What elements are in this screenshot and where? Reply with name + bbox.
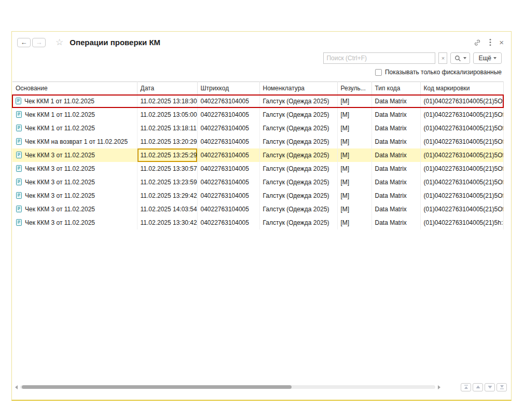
cell-nomenclature[interactable]: Галстук (Одежда 2025) xyxy=(259,162,337,175)
cell-barcode[interactable]: 04022763104005 xyxy=(197,175,259,189)
cell-barcode[interactable]: 04022763104005 xyxy=(197,202,259,216)
scroll-right-icon[interactable] xyxy=(438,385,440,389)
cell-marking-code[interactable]: (01)04022763104005(21)5Of: xyxy=(420,202,503,216)
cell-marking-code[interactable]: (01)04022763104005(21)5Of: xyxy=(420,148,503,162)
cell-date[interactable]: 11.02.2025 13:18:30 xyxy=(137,95,197,107)
cell-date[interactable]: 11.02.2025 13:30:42 xyxy=(137,216,197,229)
cell-result[interactable]: [M] xyxy=(337,162,371,175)
cell-nomenclature[interactable]: Галстук (Одежда 2025) xyxy=(259,121,337,135)
cell-nomenclature[interactable]: Галстук (Одежда 2025) xyxy=(259,107,337,121)
table-row[interactable]: Чек ККМ 3 от 11.02.202511.02.2025 14:03:… xyxy=(12,202,503,216)
cell-code-type[interactable]: Data Matrix xyxy=(371,175,420,189)
table-row[interactable]: Чек ККМ на возврат 1 от 11.02.202511.02.… xyxy=(12,135,503,148)
cell-nomenclature[interactable]: Галстук (Одежда 2025) xyxy=(259,189,337,202)
cell-nomenclature[interactable]: Галстук (Одежда 2025) xyxy=(259,202,337,216)
scroll-left-icon[interactable] xyxy=(15,385,18,389)
cell-barcode[interactable]: 04022763104005 xyxy=(197,135,259,148)
cell-marking-code[interactable]: (01)04022763104005(21)5Of: xyxy=(420,121,503,135)
favorite-star-icon[interactable]: ☆ xyxy=(56,38,63,47)
cell-barcode[interactable]: 04022763104005 xyxy=(197,95,259,107)
table-row[interactable]: Чек ККМ 3 от 11.02.202511.02.2025 13:29:… xyxy=(12,189,503,202)
cell-result[interactable]: [M] xyxy=(337,121,371,135)
cell-basis[interactable]: Чек ККМ 3 от 11.02.2025 xyxy=(12,175,137,189)
cell-result[interactable]: [M] xyxy=(337,202,371,216)
table-row[interactable]: Чек ККМ 3 от 11.02.202511.02.2025 13:30:… xyxy=(12,216,503,229)
go-to-bottom-button[interactable] xyxy=(497,383,507,391)
cell-nomenclature[interactable]: Галстук (Одежда 2025) xyxy=(259,95,337,107)
move-up-button[interactable] xyxy=(473,383,483,391)
cell-code-type[interactable]: Data Matrix xyxy=(371,148,420,162)
cell-basis[interactable]: Чек ККМ 3 от 11.02.2025 xyxy=(12,216,137,229)
cell-barcode[interactable]: 04022763104005 xyxy=(197,189,259,202)
cell-marking-code[interactable]: (01)04022763104005(21)5Of: xyxy=(420,162,503,175)
search-clear-icon[interactable]: × xyxy=(438,52,447,64)
cell-basis[interactable]: Чек ККМ 3 от 11.02.2025 xyxy=(12,148,137,162)
column-header-result[interactable]: Резуль... xyxy=(337,82,371,96)
cell-code-type[interactable]: Data Matrix xyxy=(371,107,420,121)
cell-basis[interactable]: Чек ККМ 1 от 11.02.2025 xyxy=(12,121,137,135)
cell-basis[interactable]: Чек ККМ 1 от 11.02.2025 xyxy=(12,95,137,107)
back-button[interactable]: ← xyxy=(17,38,31,47)
table-row[interactable]: Чек ККМ 1 от 11.02.202511.02.2025 13:18:… xyxy=(12,121,503,135)
cell-barcode[interactable]: 04022763104005 xyxy=(197,107,259,121)
menu-dots-icon[interactable] xyxy=(489,38,491,46)
forward-button[interactable]: → xyxy=(32,38,46,47)
cell-barcode[interactable]: 04022763104005 xyxy=(197,148,259,162)
cell-code-type[interactable]: Data Matrix xyxy=(371,121,420,135)
more-button[interactable]: Ещё xyxy=(473,52,502,64)
cell-code-type[interactable]: Data Matrix xyxy=(371,135,420,148)
cell-result[interactable]: [M] xyxy=(337,189,371,202)
cell-result[interactable]: [M] xyxy=(337,95,371,107)
cell-nomenclature[interactable]: Галстук (Одежда 2025) xyxy=(259,175,337,189)
cell-date[interactable]: 11.02.2025 13:20:29 xyxy=(137,135,197,148)
close-icon[interactable]: × xyxy=(499,39,504,46)
cell-code-type[interactable]: Data Matrix xyxy=(371,95,420,107)
cell-basis[interactable]: Чек ККМ 1 от 11.02.2025 xyxy=(12,107,137,121)
cell-date[interactable]: 11.02.2025 13:25:29 xyxy=(137,148,197,162)
cell-basis[interactable]: Чек ККМ 3 от 11.02.2025 xyxy=(12,189,137,202)
column-header-date[interactable]: Дата xyxy=(137,82,197,96)
table-row[interactable]: Чек ККМ 3 от 11.02.202511.02.2025 13:23:… xyxy=(12,175,503,189)
cell-nomenclature[interactable]: Галстук (Одежда 2025) xyxy=(259,135,337,148)
cell-date[interactable]: 11.02.2025 13:29:42 xyxy=(137,189,197,202)
cell-code-type[interactable]: Data Matrix xyxy=(371,202,420,216)
cell-marking-code[interactable]: (01)04022763104005(21)5Of: xyxy=(420,107,503,121)
cell-result[interactable]: [M] xyxy=(337,175,371,189)
column-header-barcode[interactable]: Штрихкод xyxy=(197,82,259,96)
table-row[interactable]: Чек ККМ 3 от 11.02.202511.02.2025 13:25:… xyxy=(12,148,503,162)
cell-date[interactable]: 11.02.2025 13:30:57 xyxy=(137,162,197,175)
cell-marking-code[interactable]: (01)04022763104005(21)5h:3 xyxy=(420,216,503,229)
table-row[interactable]: Чек ККМ 1 от 11.02.202511.02.2025 13:18:… xyxy=(12,95,503,107)
column-header-nomenclature[interactable]: Номенклатура xyxy=(259,82,337,96)
search-button[interactable] xyxy=(450,52,470,64)
table-row[interactable]: Чек ККМ 1 от 11.02.202511.02.2025 13:05:… xyxy=(12,107,503,121)
table-row[interactable]: Чек ККМ 3 от 11.02.202511.02.2025 13:30:… xyxy=(12,162,503,175)
cell-nomenclature[interactable]: Галстук (Одежда 2025) xyxy=(259,216,337,229)
cell-marking-code[interactable]: (01)04022763104005(21)5Of: xyxy=(420,95,503,107)
cell-date[interactable]: 11.02.2025 14:03:54 xyxy=(137,202,197,216)
cell-result[interactable]: [M] xyxy=(337,148,371,162)
cell-code-type[interactable]: Data Matrix xyxy=(371,189,420,202)
fiscalized-only-checkbox[interactable] xyxy=(375,69,382,76)
cell-barcode[interactable]: 04022763104005 xyxy=(197,162,259,175)
cell-date[interactable]: 11.02.2025 13:05:00 xyxy=(137,107,197,121)
move-down-button[interactable] xyxy=(485,383,495,391)
go-to-top-button[interactable] xyxy=(461,383,471,391)
cell-basis[interactable]: Чек ККМ на возврат 1 от 11.02.2025 xyxy=(12,135,137,148)
cell-marking-code[interactable]: (01)04022763104005(21)5Of: xyxy=(420,189,503,202)
horizontal-scrollbar-thumb[interactable] xyxy=(22,385,292,389)
cell-marking-code[interactable]: (01)04022763104005(21)5Of: xyxy=(420,135,503,148)
horizontal-scrollbar[interactable] xyxy=(20,385,435,389)
cell-date[interactable]: 11.02.2025 13:23:59 xyxy=(137,175,197,189)
column-header-marking-code[interactable]: Код маркировки xyxy=(420,82,503,96)
column-header-basis[interactable]: Основание xyxy=(12,82,137,96)
column-header-code-type[interactable]: Тип кода xyxy=(371,82,420,96)
cell-date[interactable]: 11.02.2025 13:18:11 xyxy=(137,121,197,135)
cell-barcode[interactable]: 04022763104005 xyxy=(197,121,259,135)
cell-result[interactable]: [M] xyxy=(337,135,371,148)
cell-marking-code[interactable]: (01)04022763104005(21)5Of: xyxy=(420,175,503,189)
search-input[interactable] xyxy=(324,55,435,62)
cell-result[interactable]: [M] xyxy=(337,107,371,121)
cell-result[interactable]: [M] xyxy=(337,216,371,229)
cell-basis[interactable]: Чек ККМ 3 от 11.02.2025 xyxy=(12,162,137,175)
